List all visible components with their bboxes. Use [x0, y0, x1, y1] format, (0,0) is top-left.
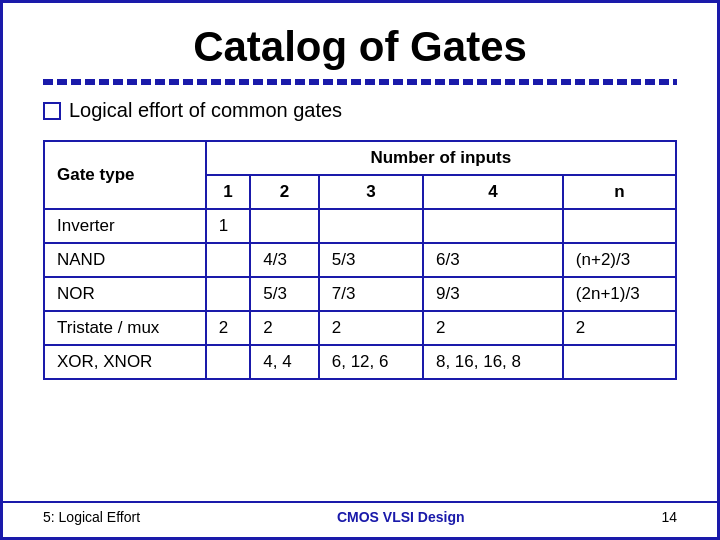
subtitle-text: Logical effort of common gates [69, 99, 342, 122]
footer-right: 14 [661, 509, 677, 525]
gate-cell: NOR [44, 277, 206, 311]
cell-2: 5/3 [250, 277, 318, 311]
gate-cell: XOR, XNOR [44, 345, 206, 379]
footer-center: CMOS VLSI Design [337, 509, 465, 525]
table-row: Inverter 1 [44, 209, 676, 243]
sub-header-4: 4 [423, 175, 563, 209]
sub-header-1: 1 [206, 175, 251, 209]
gate-cell: NAND [44, 243, 206, 277]
cell-n: (2n+1)/3 [563, 277, 676, 311]
cell-3: 7/3 [319, 277, 423, 311]
gate-type-header: Gate type [44, 141, 206, 209]
cell-2 [250, 209, 318, 243]
footer: 5: Logical Effort CMOS VLSI Design 14 [3, 501, 717, 525]
sub-header-3: 3 [319, 175, 423, 209]
number-of-inputs-header: Number of inputs [206, 141, 676, 175]
table-row: NOR 5/3 7/3 9/3 (2n+1)/3 [44, 277, 676, 311]
page-title: Catalog of Gates [43, 23, 677, 71]
table-row: NAND 4/3 5/3 6/3 (n+2)/3 [44, 243, 676, 277]
divider [43, 79, 677, 85]
cell-n: 2 [563, 311, 676, 345]
sub-header-n: n [563, 175, 676, 209]
cell-4: 8, 16, 16, 8 [423, 345, 563, 379]
table-row: XOR, XNOR 4, 4 6, 12, 6 8, 16, 16, 8 [44, 345, 676, 379]
gate-cell: Tristate / mux [44, 311, 206, 345]
cell-3: 2 [319, 311, 423, 345]
cell-1 [206, 243, 251, 277]
cell-1: 2 [206, 311, 251, 345]
gates-table: Gate type Number of inputs 1 2 3 4 n Inv… [43, 140, 677, 380]
slide: Catalog of Gates Logical effort of commo… [0, 0, 720, 540]
cell-4: 9/3 [423, 277, 563, 311]
cell-4: 6/3 [423, 243, 563, 277]
cell-2: 4/3 [250, 243, 318, 277]
cell-n [563, 209, 676, 243]
cell-2: 2 [250, 311, 318, 345]
footer-left: 5: Logical Effort [43, 509, 140, 525]
cell-1 [206, 345, 251, 379]
cell-1 [206, 277, 251, 311]
cell-n: (n+2)/3 [563, 243, 676, 277]
sub-header-2: 2 [250, 175, 318, 209]
cell-3: 6, 12, 6 [319, 345, 423, 379]
cell-3 [319, 209, 423, 243]
cell-2: 4, 4 [250, 345, 318, 379]
cell-3: 5/3 [319, 243, 423, 277]
cell-4 [423, 209, 563, 243]
subtitle: Logical effort of common gates [43, 99, 677, 122]
cell-1: 1 [206, 209, 251, 243]
gate-cell: Inverter [44, 209, 206, 243]
table-row: Tristate / mux 2 2 2 2 2 [44, 311, 676, 345]
checkbox-icon [43, 102, 61, 120]
cell-n [563, 345, 676, 379]
cell-4: 2 [423, 311, 563, 345]
